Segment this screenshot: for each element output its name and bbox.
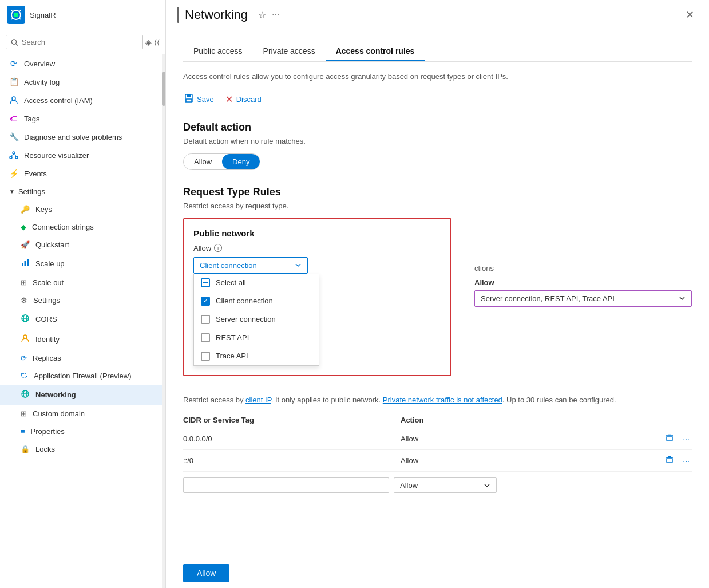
allow-info-icon[interactable]: i [214, 244, 222, 252]
tab-access-control-rules[interactable]: Access control rules [326, 42, 425, 61]
new-action-dropdown[interactable]: Allow [394, 477, 497, 493]
new-cidr-input[interactable] [183, 477, 389, 493]
rest-api-checkbox[interactable] [201, 333, 210, 342]
bottom-allow-button[interactable]: Allow [183, 564, 229, 582]
save-icon [184, 94, 193, 105]
settings-chevron-icon: ▼ [9, 188, 15, 195]
properties-icon: ≡ [21, 427, 25, 436]
sidebar-item-connection-strings[interactable]: ◆ Connection strings [0, 218, 162, 236]
row2-more-button[interactable]: ··· [680, 455, 692, 467]
scale-up-icon [21, 258, 30, 269]
sidebar-item-activity-log[interactable]: 📋 Activity log [0, 73, 162, 91]
sidebar-item-access-control[interactable]: Access control (IAM) [0, 91, 162, 109]
dropdown-item-client-connection[interactable]: ✓ Client connection [194, 292, 319, 310]
diagnose-icon: 🔧 [9, 132, 18, 141]
sidebar-label-identity: Identity [35, 335, 60, 344]
collapse-icon[interactable]: ⟨⟨ [154, 38, 160, 47]
sidebar-item-properties[interactable]: ≡ Properties [0, 423, 162, 440]
sidebar-item-diagnose[interactable]: 🔧 Diagnose and solve problems [0, 128, 162, 146]
tab-private-access[interactable]: Private access [253, 42, 326, 61]
app-name: SignalR [30, 11, 56, 19]
private-network-link[interactable]: Private network traffic is not affected [383, 396, 502, 404]
request-type-rules-title: Request Type Rules [183, 186, 692, 198]
dropdown-item-select-all[interactable]: Select all [194, 274, 319, 292]
public-network-box: Public network Allow i Client connection [183, 218, 451, 376]
client-connection-checkbox[interactable]: ✓ [201, 297, 210, 306]
svg-point-17 [23, 335, 27, 338]
access-control-icon [9, 96, 18, 105]
dropdown-item-trace-api[interactable]: Trace API [194, 347, 319, 365]
sidebar-item-replicas[interactable]: ⟳ Replicas [0, 349, 162, 367]
close-button[interactable]: ✕ [682, 7, 698, 22]
overview-icon: ⟳ [9, 59, 18, 68]
sidebar-item-cors[interactable]: CORS [0, 309, 162, 329]
row2-delete-button[interactable] [663, 455, 676, 467]
svg-point-5 [12, 97, 15, 100]
sidebar-label-events: Events [24, 169, 47, 178]
sidebar-item-events[interactable]: ⚡ Events [0, 164, 162, 183]
svg-rect-27 [667, 458, 672, 463]
sidebar-item-tags[interactable]: 🏷 Tags [0, 109, 162, 128]
cors-icon [21, 314, 30, 325]
sidebar-item-scale-up[interactable]: Scale up [0, 254, 162, 274]
networking-icon [21, 389, 30, 400]
main-panel: Networking ☆ ··· ✕ Public access Private… [166, 0, 709, 588]
row1-more-button[interactable]: ··· [680, 433, 692, 445]
trace-api-checkbox[interactable] [201, 352, 210, 361]
sidebar-item-scale-out[interactable]: ⊞ Scale out [0, 274, 162, 291]
settings-section-header[interactable]: ▼ Settings [0, 183, 162, 200]
dropdown-item-rest-api[interactable]: REST API [194, 329, 319, 347]
main-content: Public access Private access Access cont… [166, 30, 709, 558]
ip-table-header: CIDR or Service Tag Action [183, 412, 692, 428]
dropdown-item-server-connection[interactable]: Server connection [194, 310, 319, 329]
sidebar-label-scale-up: Scale up [35, 259, 65, 268]
more-options-icon[interactable]: ··· [272, 10, 279, 20]
events-icon: ⚡ [9, 169, 18, 178]
save-button[interactable]: Save [183, 92, 215, 108]
sidebar-item-custom-domain[interactable]: ⊞ Custom domain [0, 405, 162, 423]
public-network-allow-label: Allow i [193, 244, 441, 252]
page-description: Access control rules allow you to config… [183, 71, 692, 82]
dropdown-chevron-icon [295, 262, 302, 269]
public-network-dropdown[interactable]: Client connection [193, 257, 308, 274]
new-action-value: Allow [400, 481, 418, 490]
private-connections-dropdown[interactable]: Server connection, REST API, Trace API [474, 290, 692, 307]
select-all-checkbox[interactable] [201, 278, 210, 287]
sidebar-label-custom-domain: Custom domain [33, 409, 85, 418]
sidebar-item-networking[interactable]: Networking [0, 385, 162, 405]
default-action-subtitle: Default action when no rule matches. [183, 137, 692, 145]
sidebar-label-replicas: Replicas [33, 354, 61, 362]
deny-option[interactable]: Deny [222, 154, 260, 169]
sidebar-item-settings[interactable]: ⚙ Settings [0, 291, 162, 309]
default-action-section: Default action Default action when no ru… [183, 121, 692, 186]
pin-icon[interactable]: ◈ [145, 38, 152, 47]
tab-public-access[interactable]: Public access [183, 42, 253, 61]
sidebar-item-app-firewall[interactable]: 🛡 Application Firewall (Preview) [0, 367, 162, 385]
sidebar-item-quickstart[interactable]: 🚀 Quickstart [0, 236, 162, 254]
svg-point-6 [13, 152, 15, 154]
row1-delete-button[interactable] [663, 433, 676, 445]
sidebar-item-resource-visualizer[interactable]: Resource visualizer [0, 146, 162, 164]
sidebar: SignalR ◈ ⟨⟨ ⟳ Overview 📋 Activity log [0, 0, 166, 588]
server-connection-checkbox[interactable] [201, 315, 210, 324]
sidebar-item-locks[interactable]: 🔒 Locks [0, 440, 162, 458]
discard-button[interactable]: ✕ Discard [224, 92, 263, 107]
settings-icon: ⚙ [21, 296, 27, 305]
scroll-thumb[interactable] [162, 72, 165, 106]
favorite-icon[interactable]: ☆ [258, 10, 266, 21]
row2-ops: ··· [663, 455, 692, 467]
client-ip-link[interactable]: client IP [245, 396, 271, 404]
allow-option[interactable]: Allow [184, 154, 222, 169]
sidebar-item-keys[interactable]: 🔑 Keys [0, 200, 162, 218]
discard-icon: ✕ [225, 94, 233, 105]
search-box[interactable] [6, 35, 143, 49]
search-input[interactable] [22, 38, 138, 46]
scroll-track[interactable] [162, 54, 165, 588]
sidebar-item-overview[interactable]: ⟳ Overview [0, 54, 162, 73]
sidebar-item-identity[interactable]: Identity [0, 329, 162, 349]
row1-cidr: 0.0.0.0/0 [183, 435, 401, 443]
public-network-title: Public network [193, 228, 441, 238]
dropdown-value: Client connection [200, 261, 257, 270]
svg-rect-12 [25, 261, 26, 266]
sidebar-label-properties: Properties [31, 427, 65, 436]
